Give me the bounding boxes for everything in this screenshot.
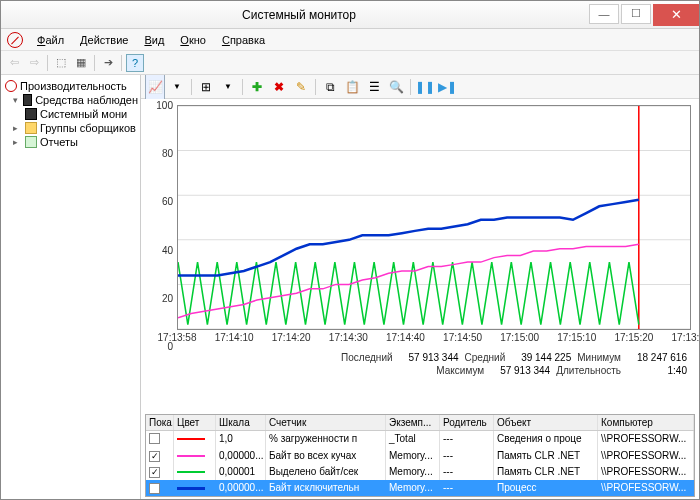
col-computer[interactable]: Компьютер — [598, 415, 694, 430]
show-checkbox[interactable]: ✓ — [149, 467, 160, 478]
counter-cell: Байт исключительн — [266, 480, 386, 496]
menu-action[interactable]: Действие — [72, 34, 136, 46]
x-axis: 17:13:5817:14:1017:14:2017:14:3017:14:40… — [177, 330, 691, 346]
stat-max-label: Максимум — [436, 365, 484, 376]
show-checkbox[interactable]: ✓ — [149, 483, 160, 494]
collapse-icon[interactable]: ▾ — [13, 95, 20, 105]
maximize-button[interactable]: ☐ — [621, 4, 651, 24]
separator — [315, 79, 316, 95]
highlight-button[interactable]: ✎ — [291, 78, 311, 96]
y-tick: 40 — [162, 244, 173, 255]
zoom-button[interactable]: 🔍 — [386, 78, 406, 96]
y-tick: 100 — [156, 100, 173, 111]
tree-item-sysmon[interactable]: Системный мони — [3, 107, 138, 121]
object-cell: Память CLR .NET — [494, 448, 598, 464]
help-button[interactable]: ? — [126, 54, 144, 72]
main-pane: 📈 ▼ ⊞ ▼ ✚ ✖ ✎ ⧉ 📋 ☰ 🔍 ❚❚ ▶❚ 020406080100 — [141, 75, 699, 500]
menu-window[interactable]: Окно — [172, 34, 214, 46]
chart[interactable] — [177, 105, 691, 330]
window-title: Системный монитор — [9, 8, 589, 22]
menu-help-label: правка — [230, 34, 265, 46]
computer-cell: \\PROFESSORW... — [598, 464, 694, 480]
instance-cell: Memory... — [386, 448, 440, 464]
instance-cell: Memory... — [386, 464, 440, 480]
x-tick: 17:15:10 — [557, 332, 596, 343]
x-tick: 17:13:57 — [672, 332, 699, 343]
stat-avg-label: Средний — [465, 352, 506, 363]
col-instance[interactable]: Экземп... — [386, 415, 440, 430]
close-button[interactable]: ✕ — [653, 4, 699, 26]
tree-item-tools[interactable]: ▾Средства наблюден — [3, 93, 138, 107]
tree-item-reports[interactable]: ▸Отчеты — [3, 135, 138, 149]
scale-cell: 0,00000... — [216, 480, 266, 496]
freeze-button[interactable]: ❚❚ — [415, 78, 435, 96]
update-button[interactable]: ▶❚ — [437, 78, 457, 96]
show-checkbox[interactable] — [149, 433, 160, 444]
delete-counter-button[interactable]: ✖ — [269, 78, 289, 96]
x-tick: 17:13:58 — [158, 332, 197, 343]
col-counter[interactable]: Счетчик — [266, 415, 386, 430]
stats-row-2: Максимум 57 913 344 Длительность 1:40 — [149, 363, 691, 376]
menu-window-label: кно — [189, 34, 206, 46]
separator — [94, 55, 95, 71]
properties-button[interactable]: ☰ — [364, 78, 384, 96]
tree-pane: Производительность ▾Средства наблюден Си… — [1, 75, 141, 500]
counter-cell: % загруженности п — [266, 431, 386, 448]
paste-button[interactable]: 📋 — [342, 78, 362, 96]
histogram-button[interactable]: ⊞ — [196, 78, 216, 96]
computer-cell: \\PROFESSORW... — [598, 431, 694, 448]
col-color[interactable]: Цвет — [174, 415, 216, 430]
perfmon-toolbar: 📈 ▼ ⊞ ▼ ✚ ✖ ✎ ⧉ 📋 ☰ 🔍 ❚❚ ▶❚ — [141, 75, 699, 99]
separator — [410, 79, 411, 95]
export-button[interactable]: ➔ — [99, 54, 117, 72]
expand-icon[interactable]: ▸ — [13, 137, 22, 147]
stat-last-value: 57 913 344 — [399, 352, 459, 363]
tree-label: Системный мони — [40, 108, 127, 120]
minimize-button[interactable]: — — [589, 4, 619, 24]
x-tick: 17:14:30 — [329, 332, 368, 343]
mmc-toolbar: ⇦ ⇨ ⬚ ▦ ➔ ? — [1, 51, 699, 75]
counter-row[interactable]: ✓0,00000...Байт исключительнMemory...---… — [146, 480, 694, 496]
color-swatch — [177, 487, 205, 490]
col-show[interactable]: Пока... — [146, 415, 174, 430]
monitor-icon — [25, 108, 37, 120]
menu-action-label: ействие — [88, 34, 129, 46]
tree-root[interactable]: Производительность — [3, 79, 138, 93]
chart-area: 020406080100 17:13:5817:14:1017:14:2017:… — [141, 99, 699, 410]
parent-cell: --- — [440, 448, 494, 464]
counter-row[interactable]: ✓0,00001Выделено байт/секMemory...---Пам… — [146, 464, 694, 480]
tree-item-collectors[interactable]: ▸Группы сборщиков — [3, 121, 138, 135]
tree-label: Отчеты — [40, 136, 78, 148]
report-icon — [25, 136, 37, 148]
menu-file[interactable]: Файл — [29, 34, 72, 46]
separator — [242, 79, 243, 95]
counter-row[interactable]: ✓0,00000...Байт во всех кучахMemory...--… — [146, 448, 694, 464]
instance-cell: Memory... — [386, 480, 440, 496]
scale-cell: 1,0 — [216, 431, 266, 448]
col-parent[interactable]: Родитель — [440, 415, 494, 430]
add-counter-button[interactable]: ✚ — [247, 78, 267, 96]
separator — [191, 79, 192, 95]
stat-min-value: 18 247 616 — [627, 352, 687, 363]
menu-help[interactable]: Справка — [214, 34, 273, 46]
expand-icon[interactable]: ▸ — [13, 123, 22, 133]
histogram-dropdown[interactable]: ▼ — [218, 78, 238, 96]
menu-view-label: ид — [152, 34, 165, 46]
show-checkbox[interactable]: ✓ — [149, 451, 160, 462]
counter-cell: Байт во всех кучах — [266, 448, 386, 464]
col-object[interactable]: Объект — [494, 415, 598, 430]
x-tick: 17:15:00 — [500, 332, 539, 343]
tree-label: Группы сборщиков — [40, 122, 136, 134]
tree-label: Средства наблюден — [35, 94, 138, 106]
col-scale[interactable]: Шкала — [216, 415, 266, 430]
stat-dur-label: Длительность — [556, 365, 621, 376]
counter-row[interactable]: 1,0% загруженности п_Total---Сведения о … — [146, 431, 694, 448]
copy-button[interactable]: ⧉ — [320, 78, 340, 96]
up-button[interactable]: ⬚ — [52, 54, 70, 72]
show-hide-button[interactable]: ▦ — [72, 54, 90, 72]
menu-view[interactable]: Вид — [136, 34, 172, 46]
counter-cell: Выделено байт/сек — [266, 464, 386, 480]
x-tick: 17:14:20 — [272, 332, 311, 343]
view-dropdown[interactable]: ▼ — [167, 78, 187, 96]
y-axis: 020406080100 — [149, 105, 175, 346]
